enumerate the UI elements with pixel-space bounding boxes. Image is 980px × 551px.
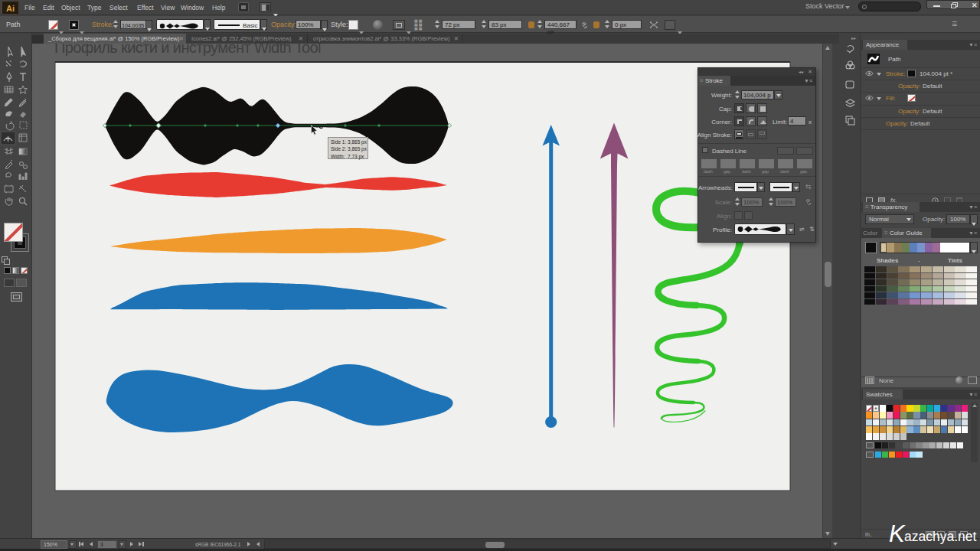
svg-text:K: K bbox=[889, 521, 906, 547]
svg-text:azachya.net: azachya.net bbox=[904, 529, 977, 544]
